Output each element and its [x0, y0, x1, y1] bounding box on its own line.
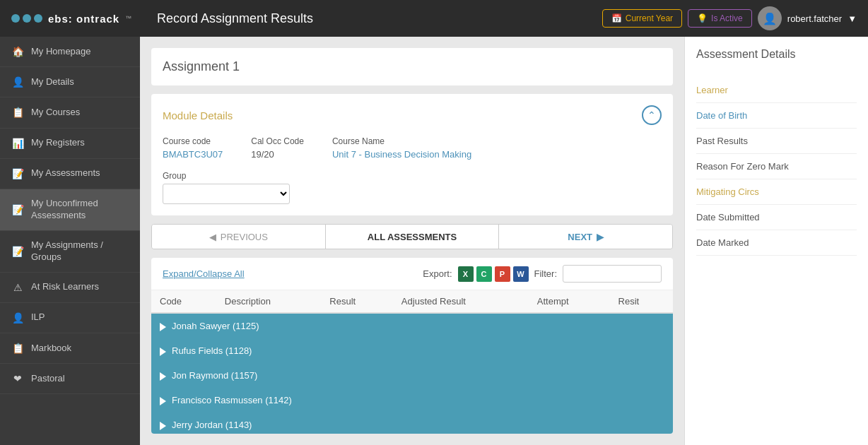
sidebar-item-my-unconfirmed[interactable]: 📝 My Unconfirmed Assessments [0, 189, 140, 231]
detail-item-dob[interactable]: Date of Birth [696, 103, 857, 129]
sidebar-label-my-details: My Details [31, 76, 74, 88]
all-assessments-button[interactable]: ALL ASSESSMENTS [326, 225, 500, 249]
export-xls-button[interactable]: X [458, 266, 474, 282]
assignment-title: Assignment 1 [163, 59, 662, 74]
col-description: Description [216, 290, 322, 313]
detail-item-mitigating[interactable]: Mitigating Circs [696, 179, 857, 205]
table-row[interactable]: Francisco Rasmussen (1142) [151, 388, 673, 413]
table-row[interactable]: Jerry Jordan (1143) [151, 413, 673, 434]
sidebar-label-my-registers: My Registers [31, 137, 85, 149]
sidebar-item-at-risk[interactable]: ⚠ At Risk Learners [0, 273, 140, 303]
logo-dot-2 [23, 14, 31, 23]
all-assessments-label: ALL ASSESSMENTS [368, 232, 457, 242]
export-icons: X C P W [458, 266, 529, 282]
cal-occ-field: Cal Occ Code 19/20 [251, 136, 304, 160]
module-header: Module Details ⌃ [163, 105, 662, 125]
assignments-icon: 📝 [11, 245, 24, 258]
detail-item-date-submitted[interactable]: Date Submitted [696, 205, 857, 230]
content-area: Assignment 1 Module Details ⌃ Course cod… [140, 37, 868, 445]
expand-collapse-link[interactable]: Expand/Collapse All [163, 268, 245, 279]
registers-icon: 📊 [11, 137, 24, 150]
sidebar-item-pastoral[interactable]: ❤ Pastoral [0, 364, 140, 394]
table-header: Code Description Result Adjusted Result … [151, 290, 673, 313]
play-icon [160, 372, 166, 381]
sidebar-item-ilp[interactable]: 👤 ILP [0, 303, 140, 333]
username: robert.fatcher [787, 13, 842, 24]
sidebar-label-my-unconfirmed: My Unconfirmed Assessments [31, 198, 129, 222]
course-code-value[interactable]: BMABTC3U07 [163, 149, 223, 160]
table-row[interactable]: Jon Raymond (1157) [151, 363, 673, 388]
student-name: Rufus Fields (1128) [172, 345, 252, 356]
courses-icon: 📋 [11, 106, 24, 119]
detail-item-learner[interactable]: Learner [696, 78, 857, 103]
play-icon [160, 422, 166, 430]
play-icon [160, 397, 166, 405]
sidebar-item-my-homepage[interactable]: 🏠 My Homepage [0, 37, 140, 67]
logo-area: ebs: ontrack™ [11, 13, 146, 25]
is-active-button[interactable]: 💡 Is Active [688, 9, 752, 28]
course-name-value[interactable]: Unit 7 - Business Decision Making [332, 149, 471, 160]
student-name: Jerry Jordan (1143) [172, 420, 252, 430]
col-adjusted-result: Adjusted Result [393, 290, 529, 313]
module-collapse-button[interactable]: ⌃ [642, 105, 662, 125]
next-label: NEXT [568, 232, 592, 242]
course-name-label: Course Name [332, 136, 471, 146]
bulb-icon: 💡 [697, 13, 708, 23]
group-label: Group [163, 171, 662, 181]
avatar: 👤 [758, 6, 782, 30]
logo-text: ebs: ontrack [48, 13, 119, 25]
export-pdf-button[interactable]: P [495, 266, 510, 282]
right-panel: Assessment Details LearnerDate of BirthP… [684, 37, 868, 445]
export-csv-button[interactable]: C [476, 266, 492, 282]
app-header: ebs: ontrack™ Record Assignment Results … [0, 0, 868, 37]
warning-icon: ⚠ [11, 281, 24, 294]
student-name: Jonah Sawyer (1125) [172, 321, 259, 331]
col-code: Code [151, 290, 216, 313]
sidebar-item-my-assessments[interactable]: 📝 My Assessments [0, 159, 140, 189]
play-icon [160, 323, 166, 331]
detail-item-date-marked[interactable]: Date Marked [696, 230, 857, 256]
table-toolbar: Expand/Collapse All Export: X C P W Filt… [151, 258, 673, 290]
previous-button[interactable]: ◀ PREVIOUS [152, 225, 326, 249]
module-fields: Course code BMABTC3U07 Cal Occ Code 19/2… [163, 136, 662, 160]
student-name: Francisco Rasmussen (1142) [172, 395, 292, 405]
col-result: Result [321, 290, 393, 313]
next-button[interactable]: NEXT ▶ [499, 225, 672, 249]
page-title: Record Assignment Results [157, 11, 591, 26]
detail-item-past-results[interactable]: Past Results [696, 129, 857, 154]
sidebar-label-my-courses: My Courses [31, 107, 80, 119]
sidebar-item-my-details[interactable]: 👤 My Details [0, 67, 140, 97]
sidebar-item-my-courses[interactable]: 📋 My Courses [0, 97, 140, 128]
detail-item-reason-zero[interactable]: Reason For Zero Mark [696, 154, 857, 179]
sidebar-label-my-assignments: My Assignments / Groups [31, 239, 129, 263]
header-actions: 📅 Current Year 💡 Is Active 👤 robert.fatc… [602, 6, 857, 30]
current-year-button[interactable]: 📅 Current Year [602, 9, 682, 28]
chevron-down-icon: ▼ [848, 13, 857, 24]
export-doc-button[interactable]: W [513, 266, 529, 282]
col-resit: Resit [610, 290, 673, 313]
previous-label: PREVIOUS [221, 232, 268, 242]
user-menu[interactable]: 👤 robert.fatcher ▼ [758, 6, 857, 30]
logo-dot-3 [34, 14, 42, 23]
filter-input[interactable] [563, 265, 662, 283]
main-panel: Assignment 1 Module Details ⌃ Course cod… [140, 37, 684, 445]
sidebar-item-my-assignments[interactable]: 📝 My Assignments / Groups [0, 231, 140, 273]
sidebar-label-at-risk: At Risk Learners [31, 281, 99, 293]
sidebar-item-my-registers[interactable]: 📊 My Registers [0, 129, 140, 159]
logo-tm: ™ [125, 15, 131, 22]
group-select[interactable] [163, 184, 290, 204]
detail-items-container: LearnerDate of BirthPast ResultsReason F… [696, 78, 857, 256]
sidebar-label-markbook: Markbook [31, 343, 71, 355]
sidebar-item-markbook[interactable]: 📋 Markbook [0, 333, 140, 364]
assessments-icon: 📝 [11, 167, 24, 180]
sidebar-label-ilp: ILP [31, 312, 45, 324]
table-row[interactable]: Rufus Fields (1128) [151, 338, 673, 363]
sidebar-label-pastoral: Pastoral [31, 373, 65, 385]
table-row[interactable]: Jonah Sawyer (1125) [151, 313, 673, 338]
toolbar-right: Export: X C P W Filter: [423, 265, 662, 283]
chevron-up-icon: ⌃ [647, 109, 656, 121]
students-tbody: Jonah Sawyer (1125)Rufus Fields (1128)Jo… [151, 313, 673, 434]
col-attempt: Attempt [529, 290, 610, 313]
current-year-label: Current Year [626, 13, 673, 23]
calendar-icon: 📅 [611, 13, 622, 23]
